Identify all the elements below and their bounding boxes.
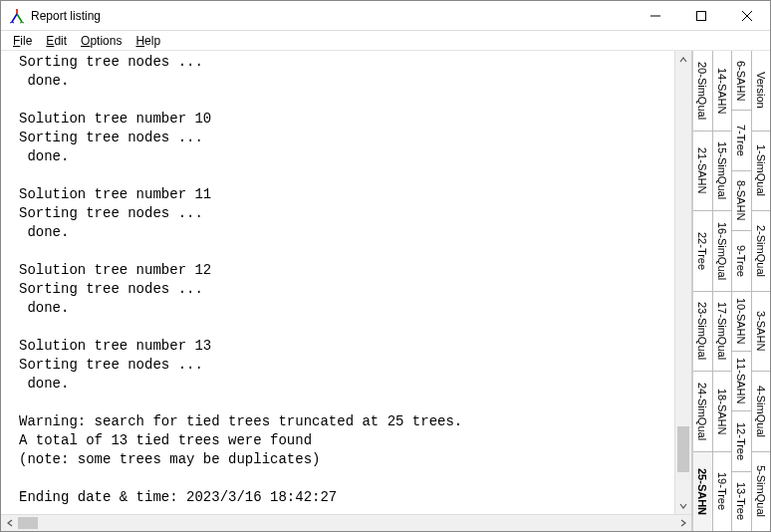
window-title: Report listing: [31, 9, 101, 23]
svg-rect-8: [697, 11, 706, 20]
tab-column-2: 14-SAHN15-SimQual16-SimQual17-SimQual18-…: [713, 51, 733, 531]
menu-options[interactable]: Options: [75, 33, 128, 49]
tab-11-sahn[interactable]: 11-SAHN: [732, 352, 751, 411]
tab-version[interactable]: Version: [752, 51, 771, 132]
workarea: Sorting tree nodes ... done. Solution tr…: [1, 51, 770, 531]
app-icon: [9, 8, 25, 24]
tab-23-simqual[interactable]: 23-SimQual: [693, 292, 712, 373]
vertical-scrollbar[interactable]: [674, 51, 691, 514]
text-region: Sorting tree nodes ... done. Solution tr…: [1, 51, 691, 514]
tabs-panel: 20-SimQual21-SAHN22-Tree23-SimQual24-Sim…: [692, 51, 770, 531]
tab-7-tree[interactable]: 7-Tree: [732, 111, 751, 170]
svg-line-1: [12, 14, 17, 22]
scroll-up-arrow-icon[interactable]: [675, 51, 691, 68]
tab-8-sahn[interactable]: 8-SAHN: [732, 171, 751, 231]
tab-10-sahn[interactable]: 10-SAHN: [732, 292, 751, 352]
tab-5-simqual[interactable]: 5-SimQual: [752, 452, 771, 532]
tab-17-simqual[interactable]: 17-SimQual: [713, 292, 732, 373]
tab-22-tree[interactable]: 22-Tree: [693, 211, 712, 292]
tab-21-sahn[interactable]: 21-SAHN: [693, 132, 712, 212]
tab-3-sahn[interactable]: 3-SAHN: [752, 292, 771, 373]
tab-6-sahn[interactable]: 6-SAHN: [732, 51, 751, 111]
svg-line-3: [10, 22, 12, 23]
svg-line-5: [20, 22, 22, 23]
horizontal-scrollbar[interactable]: [1, 514, 691, 531]
content-frame: Sorting tree nodes ... done. Solution tr…: [1, 51, 692, 531]
vscroll-thumb[interactable]: [677, 426, 689, 473]
tab-column-4: Version1-SimQual2-SimQual3-SAHN4-SimQual…: [752, 51, 771, 531]
report-text[interactable]: Sorting tree nodes ... done. Solution tr…: [1, 51, 674, 514]
scroll-left-arrow-icon[interactable]: [1, 515, 18, 531]
close-button[interactable]: [724, 1, 770, 30]
tab-2-simqual[interactable]: 2-SimQual: [752, 211, 771, 292]
menu-help[interactable]: Help: [129, 33, 166, 49]
scroll-down-arrow-icon[interactable]: [675, 497, 691, 514]
menubar: File Edit Options Help: [1, 31, 770, 51]
tab-column-1: 20-SimQual21-SAHN22-Tree23-SimQual24-Sim…: [693, 51, 713, 531]
titlebar: Report listing: [1, 1, 770, 31]
svg-line-2: [17, 14, 22, 22]
window-controls: [633, 1, 770, 30]
svg-line-4: [12, 22, 14, 23]
tab-18-sahn[interactable]: 18-SAHN: [713, 372, 732, 452]
tab-9-tree[interactable]: 9-Tree: [732, 231, 751, 291]
tab-19-tree[interactable]: 19-Tree: [713, 452, 732, 532]
menu-options-rest: ptions: [90, 34, 122, 48]
menu-edit-rest: dit: [54, 34, 67, 48]
minimize-button[interactable]: [633, 1, 678, 30]
tab-column-3: 6-SAHN7-Tree8-SAHN9-Tree10-SAHN11-SAHN12…: [732, 51, 752, 531]
menu-edit[interactable]: Edit: [40, 33, 73, 49]
tab-4-simqual[interactable]: 4-SimQual: [752, 372, 771, 452]
maximize-button[interactable]: [678, 1, 724, 30]
menu-help-rest: elp: [144, 34, 160, 48]
menu-file[interactable]: File: [7, 33, 38, 49]
tab-20-simqual[interactable]: 20-SimQual: [693, 51, 712, 132]
tab-24-simqual[interactable]: 24-SimQual: [693, 372, 712, 452]
tab-16-simqual[interactable]: 16-SimQual: [713, 211, 732, 292]
hscroll-thumb[interactable]: [18, 517, 38, 529]
tab-14-sahn[interactable]: 14-SAHN: [713, 51, 732, 132]
tab-12-tree[interactable]: 12-Tree: [732, 411, 751, 471]
tab-13-tree[interactable]: 13-Tree: [732, 472, 751, 531]
menu-file-rest: ile: [20, 34, 32, 48]
tab-15-simqual[interactable]: 15-SimQual: [713, 132, 732, 212]
tab-1-simqual[interactable]: 1-SimQual: [752, 132, 771, 212]
scroll-right-arrow-icon[interactable]: [674, 515, 691, 531]
svg-line-6: [22, 22, 24, 23]
tab-25-sahn[interactable]: 25-SAHN: [693, 452, 712, 532]
